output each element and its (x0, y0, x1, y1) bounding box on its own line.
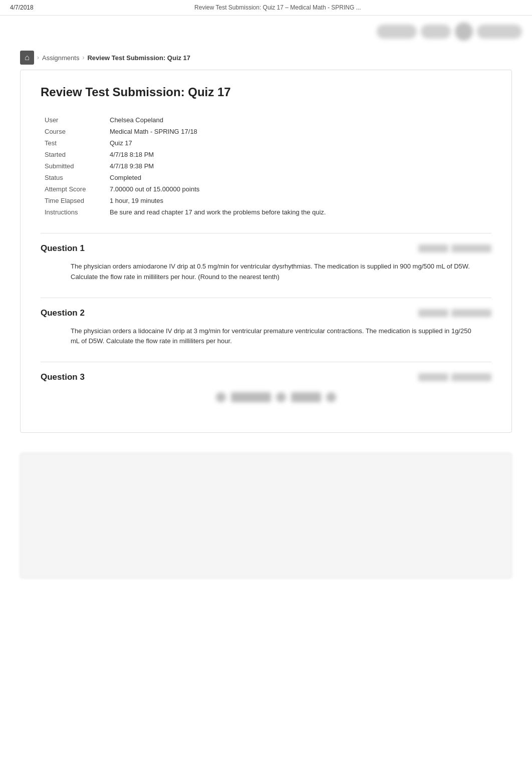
blurred-nav-pill-2 (421, 25, 451, 39)
question-title-2: Question 2 (41, 308, 85, 318)
breadcrumb-assignments-link[interactable]: Assignments (42, 54, 79, 62)
main-card: Review Test Submission: Quiz 17 User Che… (20, 70, 512, 433)
q3-blurred-row-1 (231, 392, 271, 402)
q3-blurred-row-2 (291, 392, 321, 402)
question-score-1 (418, 244, 491, 252)
breadcrumb-current: Review Test Submission: Quiz 17 (87, 54, 190, 62)
q3-blurred-circle-3 (326, 392, 336, 402)
breadcrumb-separator-2: › (82, 54, 84, 61)
info-value: 4/7/18 8:18 PM (106, 149, 491, 160)
q3-blurred-circle-1 (216, 392, 226, 402)
home-icon[interactable]: ⌂ (20, 51, 34, 65)
blurred-bottom-section (20, 453, 512, 578)
info-label: Time Elapsed (41, 195, 106, 206)
info-row: Instructions Be sure and read chapter 17… (41, 206, 491, 218)
info-value: Chelsea Copeland (106, 114, 491, 126)
info-value: 4/7/18 9:38 PM (106, 160, 491, 172)
info-row: Submitted 4/7/18 9:38 PM (41, 160, 491, 172)
question-text-2: The physician orders a lidocaine IV drip… (41, 326, 491, 347)
info-label: Status (41, 172, 106, 183)
question-text-1: The physician orders amiodarone IV drip … (41, 262, 491, 283)
question-header-3: Question 3 (41, 372, 491, 382)
info-table: User Chelsea Copeland Course Medical Mat… (41, 114, 491, 218)
breadcrumb: ⌂ › Assignments › Review Test Submission… (0, 46, 532, 70)
question-block-3: Question 3 (41, 362, 491, 402)
info-label: Started (41, 149, 106, 160)
score-blurred-1 (418, 373, 448, 381)
question-score-3 (418, 373, 491, 381)
score-blurred-2 (451, 373, 491, 381)
question-header-1: Question 1 (41, 243, 491, 253)
info-row: Test Quiz 17 (41, 137, 491, 149)
blurred-nav-pill-3 (477, 25, 522, 39)
top-bar-title: Review Test Submission: Quiz 17 – Medica… (194, 4, 361, 11)
info-label: Course (41, 126, 106, 137)
top-bar: 4/7/2018 Review Test Submission: Quiz 17… (0, 0, 532, 16)
info-label: Instructions (41, 206, 106, 218)
info-row: Status Completed (41, 172, 491, 183)
question-block-2: Question 2 The physician orders a lidoca… (41, 298, 491, 347)
info-row: User Chelsea Copeland (41, 114, 491, 126)
info-value: 7.00000 out of 15.00000 points (106, 183, 491, 195)
questions-container: Question 1 The physician orders amiodaro… (41, 233, 491, 402)
page-title: Review Test Submission: Quiz 17 (41, 85, 491, 99)
blurred-nav-circle (455, 23, 473, 41)
info-label: Test (41, 137, 106, 149)
blurred-nav-pill-1 (377, 25, 417, 39)
question3-blurred-rows (41, 392, 491, 402)
score-blurred-1 (418, 244, 448, 252)
info-row: Started 4/7/18 8:18 PM (41, 149, 491, 160)
info-row: Course Medical Math - SPRING 17/18 (41, 126, 491, 137)
question-title-3: Question 3 (41, 372, 85, 382)
info-row: Time Elapsed 1 hour, 19 minutes (41, 195, 491, 206)
top-bar-date: 4/7/2018 (10, 4, 34, 11)
header-area (0, 16, 532, 46)
info-label: Attempt Score (41, 183, 106, 195)
breadcrumb-separator-1: › (37, 54, 39, 61)
score-blurred-2 (451, 244, 491, 252)
info-value: 1 hour, 19 minutes (106, 195, 491, 206)
q3-blurred-circle-2 (276, 392, 286, 402)
question-score-2 (418, 309, 491, 317)
info-label: Submitted (41, 160, 106, 172)
info-value: Be sure and read chapter 17 and work the… (106, 206, 491, 218)
info-value: Completed (106, 172, 491, 183)
info-value: Quiz 17 (106, 137, 491, 149)
question-header-2: Question 2 (41, 308, 491, 318)
question-block-1: Question 1 The physician orders amiodaro… (41, 233, 491, 283)
score-blurred-2 (451, 309, 491, 317)
score-blurred-1 (418, 309, 448, 317)
info-value: Medical Math - SPRING 17/18 (106, 126, 491, 137)
info-row: Attempt Score 7.00000 out of 15.00000 po… (41, 183, 491, 195)
info-label: User (41, 114, 106, 126)
blurred-nav-area (377, 23, 522, 41)
question-title-1: Question 1 (41, 243, 85, 253)
